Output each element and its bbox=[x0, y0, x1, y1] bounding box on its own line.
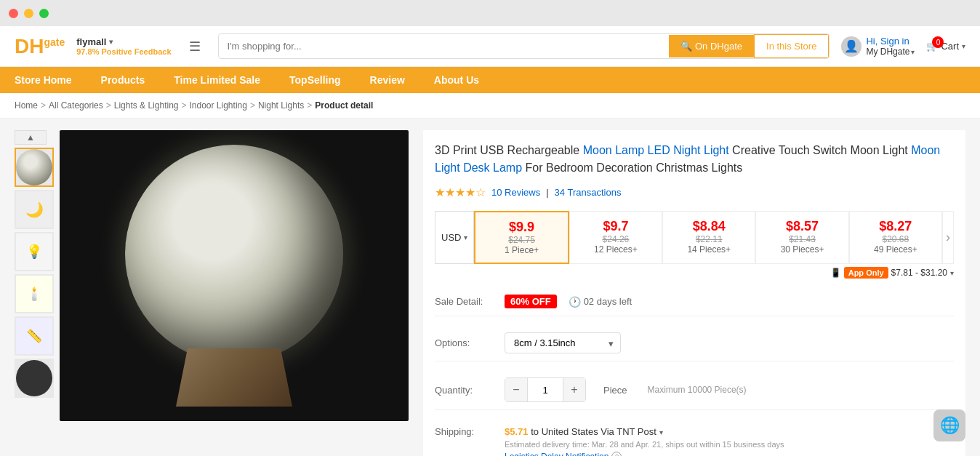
reviews-link[interactable]: 10 Reviews bbox=[491, 187, 540, 198]
price-cell-2[interactable]: $9.7 $24.26 12 Pieces+ bbox=[569, 211, 662, 264]
hamburger-menu[interactable]: ☰ bbox=[183, 36, 206, 57]
price-amount-3: $8.84 bbox=[672, 219, 746, 234]
lamp-stand bbox=[176, 348, 292, 407]
cart-label: Cart bbox=[941, 41, 959, 52]
moon-graphic bbox=[125, 145, 343, 363]
price-cell-5[interactable]: $8.27 $20.68 49 Pieces+ bbox=[849, 211, 942, 264]
search-icon: 🔍 bbox=[680, 41, 692, 52]
title-link-moon-lamp[interactable]: Moon Lamp bbox=[583, 144, 645, 156]
quantity-increase-button[interactable]: + bbox=[563, 378, 585, 401]
sale-label: Sale Detail: bbox=[435, 296, 493, 307]
thumb-nav-up[interactable]: ▲ bbox=[15, 130, 47, 145]
days-left: 02 days left bbox=[584, 296, 632, 307]
delivery-estimate: Estimated delivery time: Mar. 28 and Apr… bbox=[505, 440, 784, 449]
in-store-button[interactable]: In this Store bbox=[754, 34, 829, 58]
nav-products[interactable]: Products bbox=[87, 67, 160, 93]
breadcrumb-all-categories[interactable]: All Categories bbox=[49, 100, 103, 111]
header: DHgate flymall ▾ 97.8% Positive Feedback… bbox=[0, 26, 980, 67]
nav-about-us[interactable]: About Us bbox=[419, 67, 494, 93]
discount-badge: 60% OFF bbox=[505, 295, 557, 308]
options-label: Options: bbox=[435, 337, 493, 348]
price-amount-5: $8.27 bbox=[859, 219, 933, 234]
main-content: ▲ 🌙 💡 🕯️ 📏 bbox=[0, 119, 980, 456]
quantity-input[interactable] bbox=[527, 378, 563, 401]
feedback-text: Positive Feedback bbox=[102, 47, 172, 56]
quantity-decrease-button[interactable]: − bbox=[505, 378, 527, 401]
search-container: 🔍 On DHgate In this Store bbox=[218, 33, 830, 59]
separator: | bbox=[546, 187, 548, 198]
price-qty-4: 30 Pieces+ bbox=[765, 244, 839, 255]
main-product-image[interactable] bbox=[60, 130, 409, 421]
shipping-chevron-icon: ▾ bbox=[659, 428, 663, 436]
store-name[interactable]: flymall ▾ bbox=[76, 36, 171, 47]
breadcrumb-lights-lighting[interactable]: Lights & Lighting bbox=[114, 100, 179, 111]
breadcrumb: Home > All Categories > Lights & Lightin… bbox=[0, 93, 980, 119]
shipping-row: Shipping: $5.71 to United States Via TNT… bbox=[435, 419, 954, 456]
product-title: 3D Print USB Rechargeable Moon Lamp LED … bbox=[435, 142, 954, 177]
chevron-down-icon: ▾ bbox=[911, 48, 915, 56]
logo[interactable]: DHgate bbox=[15, 35, 65, 58]
thumbnail-1[interactable] bbox=[15, 148, 54, 187]
app-only-price: $7.81 - $31.20 bbox=[891, 268, 947, 278]
cart-chevron-icon: ▾ bbox=[962, 42, 965, 50]
logistics-link[interactable]: Logistics Delay Notification ? bbox=[505, 452, 784, 456]
price-amount-4: $8.57 bbox=[765, 219, 839, 234]
thumbnail-2[interactable]: 🌙 bbox=[15, 190, 54, 229]
my-dhgate[interactable]: My DHgate ▾ bbox=[866, 47, 915, 57]
thumbnail-4[interactable]: 🕯️ bbox=[15, 274, 54, 313]
search-input[interactable] bbox=[219, 35, 669, 57]
price-original-4: $21.43 bbox=[765, 234, 839, 244]
options-select-wrapper: 8cm / 3.15inch 10cm / 3.94inch 12cm / 4.… bbox=[505, 332, 621, 353]
user-icon: 👤 bbox=[841, 36, 861, 57]
transactions-link[interactable]: 34 Transactions bbox=[555, 187, 622, 198]
nav-time-limited[interactable]: Time Limited Sale bbox=[159, 67, 275, 93]
currency-chevron-icon: ▾ bbox=[464, 233, 467, 241]
currency-selector[interactable]: USD ▾ bbox=[435, 211, 474, 264]
rating-row: ★★★★☆ 10 Reviews | 34 Transactions bbox=[435, 185, 954, 199]
quantity-row: Quantity: − + Piece Maximum 10000 Piece(… bbox=[435, 370, 954, 410]
shipping-summary[interactable]: $5.71 to United States Via TNT Post ▾ bbox=[505, 426, 784, 437]
price-qty-1: 1 Piece+ bbox=[484, 245, 558, 255]
breadcrumb-night-lights[interactable]: Night Lights bbox=[258, 100, 304, 111]
nav-store-home[interactable]: Store Home bbox=[0, 67, 87, 93]
thumbnail-6[interactable] bbox=[15, 359, 54, 398]
thumbnail-5[interactable]: 📏 bbox=[15, 316, 54, 356]
search-dhgate-button[interactable]: 🔍 On DHgate bbox=[669, 35, 754, 57]
sign-in-link[interactable]: Hi, Sign in bbox=[866, 36, 915, 47]
star-rating: ★★★★☆ bbox=[435, 185, 486, 199]
price-amount-1: $9.9 bbox=[484, 220, 558, 235]
price-amount-2: $9.7 bbox=[579, 219, 653, 234]
close-button[interactable] bbox=[9, 9, 18, 18]
globe-button[interactable]: 🌐 bbox=[933, 409, 965, 441]
thumbnail-3[interactable]: 💡 bbox=[15, 232, 54, 271]
options-select[interactable]: 8cm / 3.15inch 10cm / 3.94inch 12cm / 4.… bbox=[505, 332, 621, 353]
price-cell-4[interactable]: $8.57 $21.43 30 Pieces+ bbox=[755, 211, 848, 264]
breadcrumb-indoor-lighting[interactable]: Indoor Lighting bbox=[190, 100, 247, 111]
header-right: 👤 Hi, Sign in My DHgate ▾ 0 🛒 Cart ▾ bbox=[841, 36, 965, 57]
shipping-info: $5.71 to United States Via TNT Post ▾ Es… bbox=[505, 426, 784, 456]
currency-label: USD bbox=[441, 232, 461, 243]
app-only-badge: App Only bbox=[844, 267, 888, 279]
nav-bar: Store Home Products Time Limited Sale To… bbox=[0, 67, 980, 93]
thumbnail-column: ▲ 🌙 💡 🕯️ 📏 bbox=[15, 130, 54, 456]
clock-icon: 🕐 bbox=[569, 296, 581, 308]
cart-section[interactable]: 0 🛒 Cart ▾ bbox=[926, 41, 965, 52]
nav-review[interactable]: Review bbox=[356, 67, 419, 93]
price-nav-right[interactable]: › bbox=[942, 211, 954, 264]
shipping-label: Shipping: bbox=[435, 426, 493, 456]
nav-top-selling[interactable]: TopSelling bbox=[275, 67, 356, 93]
breadcrumb-sep4: > bbox=[250, 100, 255, 111]
logo-text: DHgate bbox=[15, 35, 65, 58]
max-label: Maximum 10000 Piece(s) bbox=[648, 385, 747, 395]
title-link-led[interactable]: LED Night Light bbox=[648, 144, 729, 156]
quantity-control: − + bbox=[505, 377, 586, 402]
title-bar bbox=[0, 0, 980, 26]
minimize-button[interactable] bbox=[24, 9, 33, 18]
maximize-button[interactable] bbox=[39, 9, 49, 18]
breadcrumb-home[interactable]: Home bbox=[15, 100, 38, 111]
piece-label: Piece bbox=[603, 385, 627, 396]
price-cell-1[interactable]: $9.9 $24.75 1 Piece+ bbox=[474, 211, 569, 264]
options-row: Options: 8cm / 3.15inch 10cm / 3.94inch … bbox=[435, 325, 954, 361]
price-qty-5: 49 Pieces+ bbox=[859, 244, 933, 255]
price-cell-3[interactable]: $8.84 $22.11 14 Pieces+ bbox=[662, 211, 755, 264]
